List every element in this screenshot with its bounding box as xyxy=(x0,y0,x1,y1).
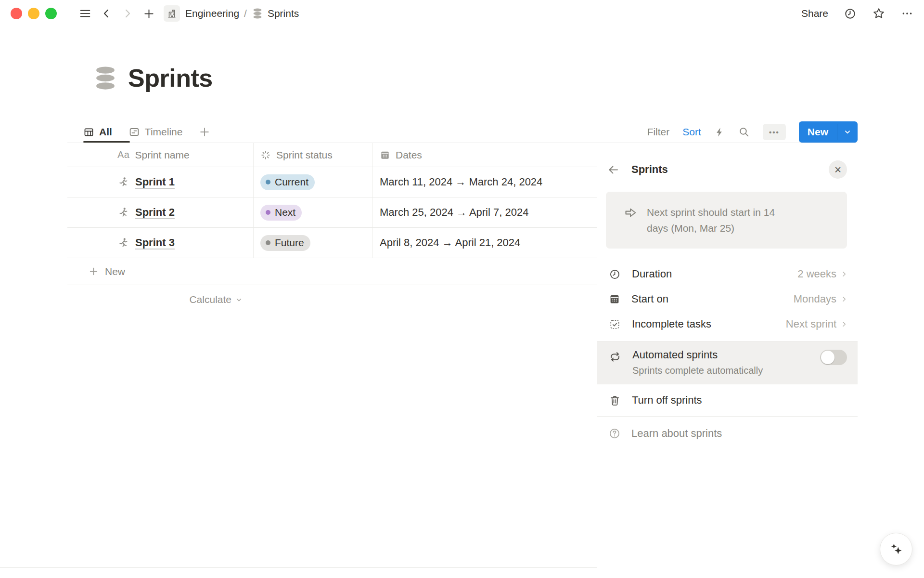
sprint-name-cell[interactable]: Sprint 2 xyxy=(67,197,254,227)
view-options-button[interactable]: ••• xyxy=(763,124,786,140)
window-titlebar: Engineering / Sprints Share xyxy=(0,0,924,27)
timeline-view-icon xyxy=(128,126,140,138)
chevron-down-icon xyxy=(235,296,243,304)
database-page-icon[interactable] xyxy=(92,65,118,91)
panel-title: Sprints xyxy=(631,163,668,176)
close-panel-button[interactable]: × xyxy=(829,160,847,179)
automated-sprints-row[interactable]: Automated sprints Sprints complete autom… xyxy=(597,342,858,384)
column-label: Sprint status xyxy=(276,149,333,161)
runner-icon xyxy=(117,176,129,188)
sort-button[interactable]: Sort xyxy=(682,126,701,138)
forward-button[interactable] xyxy=(119,5,136,22)
sidebar-menu-button[interactable] xyxy=(77,5,93,22)
content-bottom-divider xyxy=(0,567,597,568)
filter-button[interactable]: Filter xyxy=(647,126,670,138)
breadcrumb-page[interactable]: Sprints xyxy=(252,8,299,19)
setting-label: Incomplete tasks xyxy=(632,318,711,330)
sprint-name-link[interactable]: Sprint 3 xyxy=(135,236,175,249)
sprint-settings-list: Duration 2 weeks Start on Mondays Incomp… xyxy=(597,262,858,337)
dates-cell[interactable]: March 11, 2024 → March 24, 2024 xyxy=(373,167,597,197)
new-row-button[interactable]: New xyxy=(67,258,597,285)
search-icon[interactable] xyxy=(738,126,750,138)
notice-text: Next sprint should start in 14 days (Mon… xyxy=(647,204,794,236)
setting-row-start-on[interactable]: Start on Mondays xyxy=(597,287,858,312)
sprint-name-link[interactable]: Sprint 2 xyxy=(135,206,175,219)
setting-value: 2 weeks xyxy=(797,268,836,280)
sprint-name-cell[interactable]: Sprint 3 xyxy=(67,228,254,258)
column-label: Sprint name xyxy=(135,149,189,161)
column-header-sprint-status[interactable]: Sprint status xyxy=(254,143,373,167)
sprint-status-cell[interactable]: Current xyxy=(254,167,373,197)
calculate-label: Calculate xyxy=(189,294,231,305)
clock-icon xyxy=(609,268,621,280)
updates-clock-icon[interactable] xyxy=(844,7,857,20)
breadcrumb-page-label: Sprints xyxy=(268,8,299,19)
learn-about-sprints-label: Learn about sprints xyxy=(631,427,722,440)
automated-sprints-label: Automated sprints xyxy=(632,349,763,361)
table-view-icon xyxy=(83,127,94,138)
sprint-status-cell[interactable]: Next xyxy=(254,197,373,227)
tab-all[interactable]: All xyxy=(83,126,112,138)
setting-value: Next sprint xyxy=(786,318,836,330)
workspace-chip[interactable] xyxy=(164,5,180,22)
database-icon xyxy=(252,8,263,19)
question-icon xyxy=(608,427,621,440)
back-button[interactable] xyxy=(98,5,115,22)
calendar-icon xyxy=(380,150,390,160)
turn-off-sprints-button[interactable]: Turn off sprints xyxy=(597,384,858,416)
add-view-button[interactable] xyxy=(199,126,210,138)
table-row: Sprint 2 Next March 25, 2024 → April 7, … xyxy=(67,197,597,228)
repeat-icon xyxy=(609,351,621,363)
column-header-sprint-name[interactable]: Aa Sprint name xyxy=(67,143,254,167)
sprint-name-cell[interactable]: Sprint 1 xyxy=(67,167,254,197)
sprints-table: Aa Sprint name Sprint status Dates Sprin… xyxy=(67,143,597,314)
calculate-button[interactable]: Calculate xyxy=(67,285,254,314)
close-window-button[interactable] xyxy=(11,8,22,19)
status-label: Next xyxy=(275,207,295,218)
share-button[interactable]: Share xyxy=(801,8,828,19)
favorite-star-icon[interactable] xyxy=(872,7,886,20)
arrow-left-icon[interactable] xyxy=(607,163,620,176)
sprint-name-link[interactable]: Sprint 1 xyxy=(135,176,175,188)
setting-row-incomplete-tasks[interactable]: Incomplete tasks Next sprint xyxy=(597,312,858,337)
tab-timeline[interactable]: Timeline xyxy=(128,126,183,138)
automated-sprints-toggle[interactable] xyxy=(820,350,847,365)
runner-icon xyxy=(117,237,129,249)
breadcrumb-workspace[interactable]: Engineering xyxy=(185,8,239,19)
dates-cell[interactable]: March 25, 2024 → April 7, 2024 xyxy=(373,197,597,227)
status-dot xyxy=(266,180,270,184)
zoom-window-button[interactable] xyxy=(45,8,57,19)
breadcrumb: Engineering / Sprints xyxy=(164,5,299,22)
sprint-status-cell[interactable]: Future xyxy=(254,228,373,258)
setting-value: Mondays xyxy=(794,293,836,305)
learn-about-sprints-link[interactable]: Learn about sprints xyxy=(597,417,858,450)
table-row: Sprint 1 Current March 11, 2024 → March … xyxy=(67,167,597,197)
table-row: Sprint 3 Future April 8, 2024 → April 21… xyxy=(67,228,597,258)
trash-icon xyxy=(609,394,621,407)
new-page-button[interactable] xyxy=(141,5,157,22)
breadcrumb-separator: / xyxy=(244,8,247,19)
more-options-icon[interactable] xyxy=(901,7,913,20)
next-sprint-notice: Next sprint should start in 14 days (Mon… xyxy=(606,192,847,249)
bolt-icon[interactable] xyxy=(714,127,725,138)
plus-icon xyxy=(89,266,99,276)
new-record-dropdown-button[interactable] xyxy=(837,121,858,143)
automated-sprints-description: Sprints complete automatically xyxy=(632,365,763,376)
table-header-row: Aa Sprint name Sprint status Dates xyxy=(67,143,597,167)
chevron-right-icon xyxy=(840,320,848,328)
new-record-button[interactable]: New xyxy=(799,121,837,143)
sprints-settings-panel: Sprints × Next sprint should start in 14… xyxy=(597,143,858,578)
ai-assistant-button[interactable] xyxy=(880,533,912,565)
chevron-down-icon xyxy=(843,128,852,136)
column-label: Dates xyxy=(396,149,422,161)
turn-off-sprints-label: Turn off sprints xyxy=(632,394,702,407)
column-header-dates[interactable]: Dates xyxy=(373,143,597,167)
setting-row-duration[interactable]: Duration 2 weeks xyxy=(597,262,858,287)
dates-cell[interactable]: April 8, 2024 → April 21, 2024 xyxy=(373,228,597,258)
traffic-lights xyxy=(11,8,57,19)
minimize-window-button[interactable] xyxy=(28,8,39,19)
building-icon xyxy=(167,8,177,19)
tab-timeline-label: Timeline xyxy=(145,126,183,138)
view-tabs: All Timeline xyxy=(83,121,210,143)
page-title[interactable]: Sprints xyxy=(128,64,213,92)
